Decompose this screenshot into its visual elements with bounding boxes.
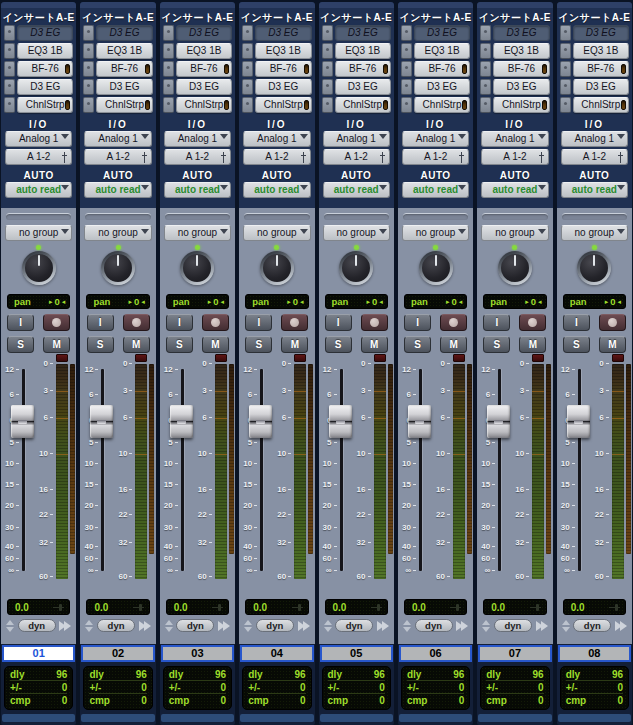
insert-power-button[interactable] — [83, 25, 94, 41]
insert-plugin-button[interactable]: BF-76 — [335, 61, 391, 77]
spinner-down-icon[interactable] — [165, 627, 173, 632]
output-path-selector[interactable]: A 1-2 — [561, 149, 628, 165]
fader-handle[interactable] — [408, 405, 431, 438]
automation-mode-selector[interactable]: auto read — [481, 182, 548, 198]
input-monitor-button[interactable]: I — [245, 314, 272, 331]
record-arm-button[interactable] — [123, 314, 150, 331]
insert-power-button[interactable] — [401, 43, 412, 59]
insert-plugin-button[interactable]: ChnlStrp — [176, 97, 232, 113]
pan-knob[interactable] — [180, 251, 214, 285]
fast-forward-icon[interactable] — [59, 621, 71, 631]
record-arm-button[interactable] — [361, 314, 388, 331]
insert-plugin-button[interactable]: ChnlStrp — [255, 97, 311, 113]
insert-power-button[interactable] — [560, 97, 571, 113]
solo-button[interactable]: S — [245, 336, 272, 353]
track-name[interactable]: 03 — [161, 645, 234, 662]
clip-indicator-icon[interactable] — [135, 354, 147, 362]
group-selector[interactable]: no group — [243, 225, 310, 241]
track-name[interactable]: 02 — [81, 645, 154, 662]
dyn-button[interactable]: dyn — [573, 619, 611, 632]
fader-handle[interactable] — [249, 405, 272, 438]
insert-power-button[interactable] — [560, 61, 571, 77]
track-size-spinner[interactable] — [324, 620, 332, 632]
comments-area[interactable] — [558, 714, 631, 722]
record-arm-button[interactable] — [519, 314, 546, 331]
insert-plugin-button[interactable]: ChnlStrp — [96, 97, 152, 113]
comments-area[interactable] — [240, 714, 313, 722]
input-path-selector[interactable]: Analog 1 — [164, 131, 231, 147]
delay-compensation-display[interactable]: dly 96 +/- 0 cmp 0 — [242, 666, 311, 710]
input-monitor-button[interactable]: I — [483, 314, 510, 331]
insert-plugin-button[interactable]: D3 EG — [414, 25, 470, 41]
insert-power-button[interactable] — [4, 25, 15, 41]
mute-button[interactable]: M — [599, 336, 626, 353]
insert-plugin-button[interactable]: ChnlStrp — [17, 97, 73, 113]
output-path-selector[interactable]: A 1-2 — [5, 149, 72, 165]
dyn-button[interactable]: dyn — [256, 619, 294, 632]
insert-power-button[interactable] — [401, 61, 412, 77]
insert-power-button[interactable] — [322, 43, 333, 59]
insert-power-button[interactable] — [480, 61, 491, 77]
insert-power-button[interactable] — [4, 79, 15, 95]
input-monitor-button[interactable]: I — [563, 314, 590, 331]
automation-mode-selector[interactable]: auto read — [164, 182, 231, 198]
clip-indicator-icon[interactable] — [612, 354, 624, 362]
insert-power-button[interactable] — [163, 25, 174, 41]
group-selector[interactable]: no group — [164, 225, 231, 241]
pan-display[interactable]: pan ▸ 0 ◂ — [166, 294, 229, 309]
clip-indicator-icon[interactable] — [532, 354, 544, 362]
insert-power-button[interactable] — [480, 43, 491, 59]
input-path-selector[interactable]: Analog 1 — [243, 131, 310, 147]
record-arm-button[interactable] — [202, 314, 229, 331]
solo-button[interactable]: S — [483, 336, 510, 353]
insert-plugin-button[interactable]: ChnlStrp — [335, 97, 391, 113]
input-path-selector[interactable]: Analog 1 — [402, 131, 469, 147]
delay-compensation-display[interactable]: dly 96 +/- 0 cmp 0 — [163, 666, 232, 710]
insert-power-button[interactable] — [242, 61, 253, 77]
pan-knob[interactable] — [419, 251, 453, 285]
pan-display[interactable]: pan ▸ 0 ◂ — [404, 294, 467, 309]
automation-mode-selector[interactable]: auto read — [5, 182, 72, 198]
fast-forward-icon[interactable] — [615, 621, 627, 631]
insert-plugin-button[interactable]: D3 EG — [255, 25, 311, 41]
input-path-selector[interactable]: Analog 1 — [481, 131, 548, 147]
delay-compensation-display[interactable]: dly 96 +/- 0 cmp 0 — [83, 666, 152, 710]
pan-knob[interactable] — [498, 251, 532, 285]
spinner-up-icon[interactable] — [562, 620, 570, 625]
mute-button[interactable]: M — [361, 336, 388, 353]
input-path-selector[interactable]: Analog 1 — [84, 131, 151, 147]
spinner-down-icon[interactable] — [6, 627, 14, 632]
insert-power-button[interactable] — [163, 43, 174, 59]
mute-button[interactable]: M — [123, 336, 150, 353]
insert-plugin-button[interactable]: BF-76 — [96, 61, 152, 77]
output-path-selector[interactable]: A 1-2 — [164, 149, 231, 165]
delay-compensation-display[interactable]: dly 96 +/- 0 cmp 0 — [401, 666, 470, 710]
insert-plugin-button[interactable]: D3 EG — [573, 79, 629, 95]
fast-forward-icon[interactable] — [218, 621, 230, 631]
input-monitor-button[interactable]: I — [404, 314, 431, 331]
fader-track[interactable] — [340, 369, 343, 571]
fast-forward-icon[interactable] — [139, 621, 151, 631]
insert-plugin-button[interactable]: BF-76 — [17, 61, 73, 77]
input-monitor-button[interactable]: I — [7, 314, 34, 331]
fader-track[interactable] — [22, 369, 25, 571]
solo-button[interactable]: S — [563, 336, 590, 353]
comments-area[interactable] — [161, 714, 234, 722]
insert-power-button[interactable] — [83, 97, 94, 113]
pan-knob[interactable] — [101, 251, 135, 285]
mute-button[interactable]: M — [202, 336, 229, 353]
comments-area[interactable] — [478, 714, 551, 722]
insert-power-button[interactable] — [322, 79, 333, 95]
spinner-up-icon[interactable] — [482, 620, 490, 625]
fader-handle[interactable] — [170, 405, 193, 438]
record-arm-button[interactable] — [440, 314, 467, 331]
automation-mode-selector[interactable]: auto read — [323, 182, 390, 198]
track-name[interactable]: 04 — [240, 645, 313, 662]
insert-power-button[interactable] — [83, 43, 94, 59]
insert-plugin-button[interactable]: EQ3 1B — [17, 43, 73, 59]
delay-compensation-display[interactable]: dly 96 +/- 0 cmp 0 — [480, 666, 549, 710]
spinner-up-icon[interactable] — [165, 620, 173, 625]
fast-forward-icon[interactable] — [456, 621, 468, 631]
input-path-selector[interactable]: Analog 1 — [323, 131, 390, 147]
record-arm-button[interactable] — [599, 314, 626, 331]
